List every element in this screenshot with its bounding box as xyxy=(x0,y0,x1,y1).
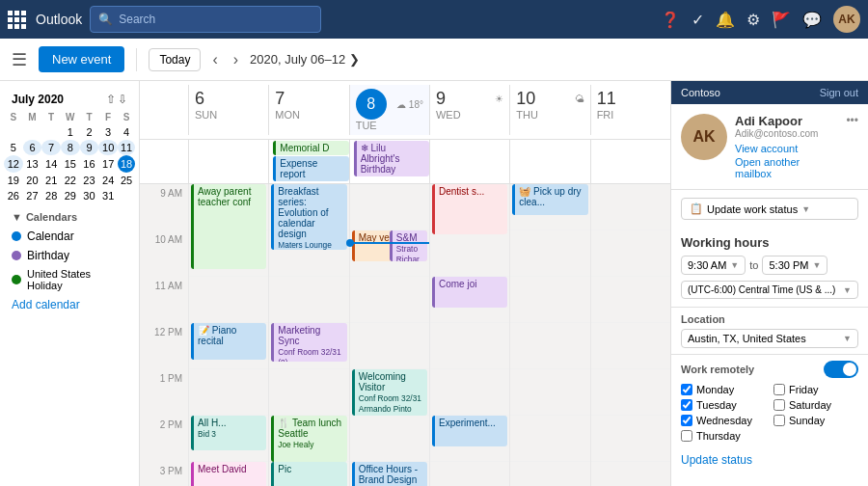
event-pickup-dry-clean[interactable]: 🧺 Pick up dry clea... xyxy=(512,184,587,215)
day-check-wednesday[interactable]: Wednesday xyxy=(681,415,766,426)
event-office-hours[interactable]: Office Hours - Brand DesignProject room … xyxy=(352,462,427,486)
sign-out-link[interactable]: Sign out xyxy=(820,87,858,98)
event-all-h[interactable]: All H...Bid 3 xyxy=(191,416,266,450)
mini-cal-day[interactable] xyxy=(4,124,23,140)
search-box[interactable]: 🔍 xyxy=(90,6,321,33)
chat-icon[interactable]: 💬 xyxy=(802,11,822,29)
date-range[interactable]: 2020, July 06–12 ❯ xyxy=(250,52,360,67)
update-status-link[interactable]: Update status xyxy=(671,447,868,472)
end-time-select[interactable]: 5:30 PM ▼ xyxy=(762,256,827,275)
event-sm[interactable]: S&MStrato Richar... xyxy=(390,230,427,261)
friday-checkbox[interactable] xyxy=(773,384,785,395)
search-input[interactable] xyxy=(119,13,312,26)
mini-cal-day[interactable]: 24 xyxy=(98,173,118,188)
mini-cal-day[interactable]: 10 xyxy=(98,140,118,155)
more-options-icon[interactable]: ••• xyxy=(846,114,858,127)
mini-cal-day[interactable]: 19 xyxy=(4,173,23,188)
day-check-saturday[interactable]: Saturday xyxy=(773,399,858,411)
view-account-link[interactable]: View account xyxy=(735,143,838,154)
mini-cal-day[interactable]: 8 xyxy=(61,140,80,155)
start-time-select[interactable]: 9:30 AM ▼ xyxy=(681,256,746,275)
mini-cal-day[interactable]: 12 xyxy=(4,155,23,173)
mini-cal-day[interactable]: 31 xyxy=(98,188,118,203)
mini-cal-day[interactable]: 11 xyxy=(118,140,135,155)
day-check-friday[interactable]: Friday xyxy=(773,384,858,395)
work-remotely-toggle[interactable] xyxy=(824,361,858,378)
flag-icon[interactable]: 🚩 xyxy=(772,11,791,29)
add-calendar-button[interactable]: Add calendar xyxy=(4,294,135,315)
mini-cal-day[interactable]: 5 xyxy=(4,140,23,155)
location-select[interactable]: Austin, TX, United States ▼ xyxy=(681,329,858,348)
allday-event-birthday[interactable]: ❄ Lilu Albright's Birthday xyxy=(354,141,429,176)
event-marketing-sync[interactable]: Marketing SyncConf Room 32/31 (8) xyxy=(271,323,346,362)
mini-cal-day[interactable] xyxy=(23,124,42,140)
sidebar-item-holiday[interactable]: United States Holiday xyxy=(4,265,135,294)
mini-cal-day[interactable] xyxy=(41,124,61,140)
event-pic[interactable]: Pic xyxy=(271,462,346,486)
event-come-joi-9[interactable]: Come joi xyxy=(432,277,507,308)
day-check-sunday[interactable]: Sunday xyxy=(773,415,858,426)
mini-cal-day[interactable]: 28 xyxy=(41,188,61,203)
mini-cal-day[interactable]: 21 xyxy=(41,173,61,188)
event-experiment[interactable]: Experiment... xyxy=(432,416,507,446)
mini-cal-day[interactable]: 20 xyxy=(23,173,42,188)
day-check-monday[interactable]: Monday xyxy=(681,384,766,395)
bell-icon[interactable]: 🔔 xyxy=(716,11,735,29)
next-week-button[interactable]: › xyxy=(230,47,242,72)
mini-cal-day[interactable]: 9 xyxy=(80,140,99,155)
mini-cal-day[interactable]: 6 xyxy=(23,140,42,155)
update-status-button[interactable]: 📋 Update work status ▼ xyxy=(681,198,858,220)
event-welcoming-visitor[interactable]: Welcoming VisitorConf Room 32/31Armando … xyxy=(352,369,427,416)
mini-cal-day[interactable]: 15 xyxy=(61,155,80,173)
sunday-checkbox[interactable] xyxy=(773,415,785,426)
event-dentist[interactable]: Dentist s... xyxy=(432,184,507,234)
mini-cal-prev[interactable]: ⇧ xyxy=(106,93,116,106)
timezone-select[interactable]: (UTC-6:00) Central Time (US & ...) ▼ xyxy=(681,281,858,299)
mini-cal-day[interactable]: 7 xyxy=(41,140,61,155)
event-away[interactable]: Away parent teacher conf xyxy=(191,184,266,269)
mini-cal-day[interactable]: 13 xyxy=(23,155,42,173)
mini-cal-day[interactable]: 17 xyxy=(98,155,118,173)
mini-cal-day[interactable]: 23 xyxy=(80,173,99,188)
wednesday-checkbox[interactable] xyxy=(681,415,692,426)
help-icon[interactable]: ❓ xyxy=(661,11,680,29)
mini-cal-day[interactable]: 2 xyxy=(80,124,99,140)
mini-cal-day[interactable]: 30 xyxy=(80,188,99,203)
mini-cal-next[interactable]: ⇩ xyxy=(118,93,127,106)
mini-cal-day[interactable]: 25 xyxy=(118,173,135,188)
mini-cal-day[interactable]: 4 xyxy=(118,124,135,140)
mini-cal-day[interactable]: 22 xyxy=(61,173,80,188)
mini-cal-day[interactable]: 27 xyxy=(23,188,42,203)
new-event-button[interactable]: New event xyxy=(39,46,124,72)
calendars-section-header[interactable]: ▼ Calendars xyxy=(4,203,135,227)
day-check-thursday[interactable]: Thursday xyxy=(681,430,766,442)
hamburger-icon[interactable]: ☰ xyxy=(12,49,27,70)
today-button[interactable]: Today xyxy=(149,48,201,71)
event-piano-recital[interactable]: 📝 Piano recital xyxy=(191,323,266,360)
mini-cal-day[interactable]: 3 xyxy=(98,124,118,140)
check-icon[interactable]: ✓ xyxy=(692,11,704,29)
allday-event-expense[interactable]: Expense report xyxy=(273,156,348,181)
event-breakfast[interactable]: Breakfast series: Evolution of calendar … xyxy=(271,184,346,250)
event-meet-david[interactable]: Meet David xyxy=(191,462,266,486)
mini-cal-day[interactable]: 16 xyxy=(80,155,99,173)
day-check-tuesday[interactable]: Tuesday xyxy=(681,399,766,411)
avatar[interactable]: AK xyxy=(833,6,860,33)
mini-cal-day[interactable] xyxy=(118,188,135,203)
tuesday-checkbox[interactable] xyxy=(681,399,692,411)
mini-cal-day[interactable]: 14 xyxy=(41,155,61,173)
sidebar-item-birthday[interactable]: Birthday xyxy=(4,246,135,265)
mini-cal-day[interactable]: 29 xyxy=(61,188,80,203)
event-team-lunch[interactable]: 🍴 Team lunch SeattleJoe Healy xyxy=(271,416,346,462)
sidebar-item-calendar[interactable]: Calendar xyxy=(4,227,135,246)
settings-icon[interactable]: ⚙ xyxy=(746,11,760,29)
mini-cal-day[interactable]: 1 xyxy=(61,124,80,140)
prev-week-button[interactable]: ‹ xyxy=(208,47,221,72)
allday-event-memorial[interactable]: Memorial D xyxy=(273,141,348,155)
mini-cal-day[interactable]: 18 xyxy=(118,155,135,173)
mini-cal-day[interactable]: 26 xyxy=(4,188,23,203)
saturday-checkbox[interactable] xyxy=(773,399,785,411)
open-mailbox-link[interactable]: Open another mailbox xyxy=(735,156,838,179)
thursday-checkbox[interactable] xyxy=(681,430,692,442)
monday-checkbox[interactable] xyxy=(681,384,692,395)
